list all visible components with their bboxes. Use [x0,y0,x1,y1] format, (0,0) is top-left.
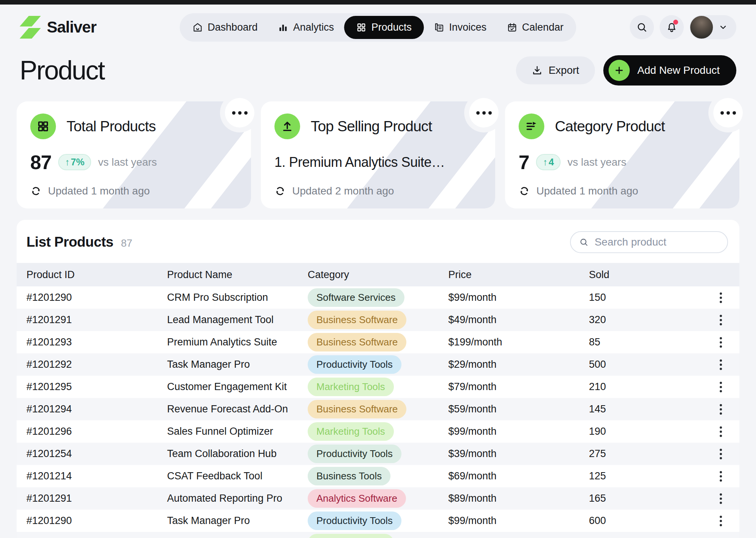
sold-cell: 320 [589,314,706,326]
table-row: #1201290 CRM Pro Subscription Software S… [17,286,739,309]
price-cell: $49/month [448,314,589,326]
home-icon [192,22,203,33]
product-name-cell: Task Manager Pro [167,359,308,370]
list-products-count: 87 [121,238,132,249]
refresh-icon [519,185,530,197]
row-menu-button[interactable] [717,379,724,395]
updated-text: Updated 2 month ago [292,185,394,197]
col-category: Category [308,269,448,281]
product-name-cell: Automated Reporting Pro [167,493,308,504]
product-name-cell: Lead Management Tool [167,314,308,326]
category-list-icon [519,114,544,139]
row-menu-button[interactable] [717,313,724,328]
card-value: 87 [30,151,51,174]
col-sold: Sold [589,269,706,281]
card-menu-button[interactable] [713,98,743,128]
product-name-cell: CSAT Feedback Tool [167,470,308,482]
top-product-name: 1. Premium Analytics Suite… [274,154,482,170]
table-row: #1201296 Sales Funnel Optimizer Marketin… [17,420,739,443]
list-products-title: List Products [26,234,113,250]
table-search[interactable] [570,231,728,253]
row-menu-button[interactable] [717,536,724,538]
card-category-product: Category Product 7 ↑4 vs last years Upda… [505,101,739,208]
table-row: #1201290 Task Manager Pro Productivity T… [17,510,739,532]
title-actions: Export Add New Product [516,55,736,86]
row-menu-button[interactable] [717,491,724,506]
category-pill: Business Tools [308,467,390,485]
row-menu-button[interactable] [717,290,724,305]
table-row: #1201291 Automated Reporting Pro Analyti… [17,487,739,510]
product-id-cell: #1201290 [26,292,167,303]
page-title-row: Product Export Add New Product [0,50,756,86]
category-pill: Business Software [308,400,406,418]
download-icon [532,65,542,76]
card-value: 7 [519,151,529,174]
product-id-cell: #1201293 [26,336,167,348]
main-nav: Dashboard Analytics Product [180,13,576,42]
row-menu-button[interactable] [717,469,724,484]
notification-dot [673,20,678,25]
product-id-cell: #1201291 [26,314,167,326]
search-product-input[interactable] [595,236,719,248]
price-cell: $69/month [448,470,589,482]
category-pill: Marketing Tools [308,422,394,441]
stat-cards: Total Products 87 ↑7% vs last years Upda… [0,101,756,208]
row-menu-button[interactable] [717,335,724,350]
product-name-cell: Task Manager Pro [167,515,308,527]
row-menu-button[interactable] [717,402,724,417]
category-pill: Productivity Tools [308,445,401,463]
nav-item-calendar[interactable]: Calendar [497,16,574,39]
nav-label: Calendar [522,22,564,33]
plus-icon [609,60,630,81]
sold-cell: 85 [589,336,706,348]
notifications-button[interactable] [660,15,684,39]
product-id-cell: #1201291 [26,493,167,504]
row-menu-button[interactable] [717,513,724,529]
card-top-selling: Top Selling Product 1. Premium Analytics… [261,101,495,208]
export-button[interactable]: Export [516,56,595,84]
table-row: #1201254 Team Collaboration Hub Producti… [17,443,739,465]
page-title: Product [20,55,104,86]
card-menu-button[interactable] [225,98,254,128]
grid-icon [356,22,366,33]
profile-menu[interactable] [689,15,736,39]
product-name-cell: CRM Pro Subscription [167,292,308,303]
row-menu-button[interactable] [717,424,724,439]
price-cell: $99/month [448,426,589,437]
table-row: #1201291 Lead Management Tool Business S… [17,309,739,331]
product-id-cell: #1201254 [26,448,167,460]
compare-text: vs last years [567,156,626,168]
col-price: Price [448,269,589,281]
nav-item-invoices[interactable]: Invoices [424,16,497,39]
table-row: #1201293 Premium Analytics Suite Busines… [17,331,739,353]
sold-cell: 210 [589,381,706,393]
search-button[interactable] [630,15,654,39]
nav-item-dashboard[interactable]: Dashboard [182,16,268,39]
table-row: #1201295 Customer Engagement Kit Marketi… [17,376,739,398]
price-cell: $89/month [448,493,589,504]
sold-cell: 275 [589,448,706,460]
category-pill: Productivity Tools [308,512,401,530]
add-new-product-button[interactable]: Add New Product [603,55,736,86]
category-pill: Marketing Tools [308,534,394,538]
window-top-strip [0,0,756,5]
chevron-down-icon [718,22,728,32]
product-name-cell: Team Collaboration Hub [167,448,308,460]
card-updated: Updated 1 month ago [30,185,237,197]
category-pill: Software Services [308,288,404,307]
card-menu-button[interactable] [469,98,499,128]
sold-cell: 600 [589,515,706,527]
nav-item-analytics[interactable]: Analytics [268,16,344,39]
card-updated: Updated 2 month ago [274,185,482,197]
row-menu-button[interactable] [717,446,724,462]
brand-logo[interactable]: Saliver [20,16,96,39]
nav-item-products[interactable]: Products [344,16,424,39]
product-id-cell: #1201290 [26,515,167,527]
price-cell: $79/month [448,381,589,393]
row-menu-button[interactable] [717,357,724,372]
table-row: #1201256 Customer Engagement Kit Marketi… [17,532,739,538]
table-row: #1201294 Revenue Forecast Add-On Busines… [17,398,739,420]
calendar-icon [507,22,517,33]
sold-cell: 150 [589,292,706,303]
table-body: #1201290 CRM Pro Subscription Software S… [17,286,739,538]
